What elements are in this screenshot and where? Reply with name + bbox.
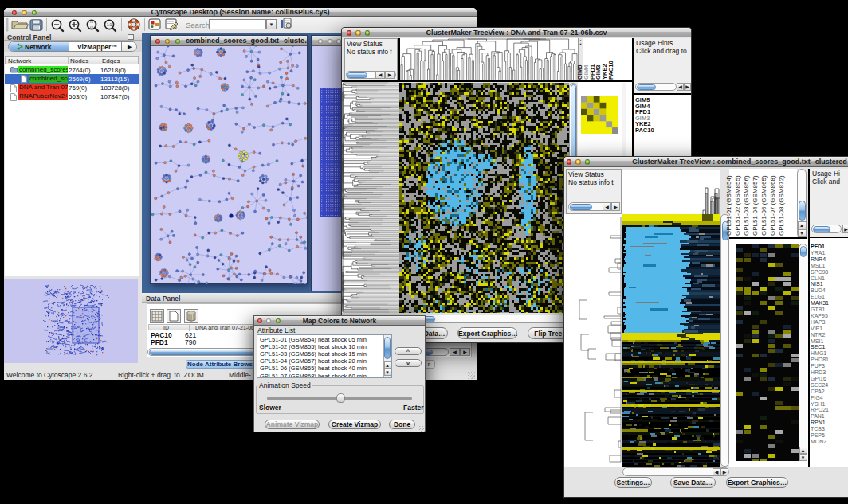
svg-text:1:1: 1:1 (107, 23, 112, 27)
